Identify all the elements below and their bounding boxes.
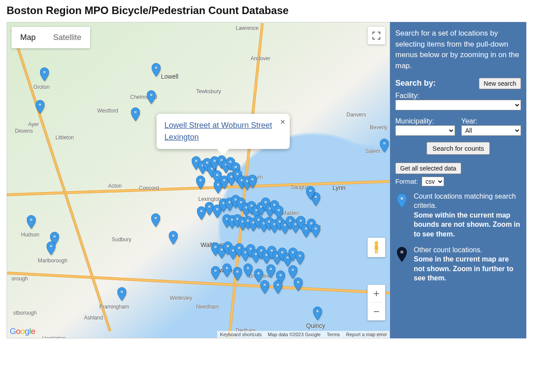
map-marker[interactable] [222,263,231,277]
town-label: Framingham [99,304,129,310]
zoom-in-button[interactable]: + [368,285,385,302]
map-marker[interactable] [169,231,178,245]
municipality-select[interactable] [395,125,455,136]
infowindow-title-link[interactable]: Lowell Street at Woburn Street [164,120,272,131]
map-marker[interactable] [295,251,304,265]
map-footer: Keyboard shortcuts Map data ©2023 Google… [217,331,390,338]
town-label: Marlborough [38,258,67,264]
map-marker[interactable] [152,63,160,77]
sidebar-intro: Search for a set of locations by selecti… [395,28,521,72]
town-label: Andover [251,55,270,62]
map-marker[interactable] [273,280,282,294]
map-marker[interactable] [380,138,389,152]
search-button-row: Search for counts [395,142,521,155]
map-marker[interactable] [260,280,269,294]
town-label: Lexington [198,196,221,202]
infowindow-close-icon[interactable]: × [280,117,285,126]
town-label: Concord [139,185,159,191]
search-header-row: Search by: New search [395,78,521,89]
map-marker[interactable] [266,264,275,278]
legend-matching-text: Count locations matching search criteria… [414,192,516,210]
map-marker[interactable] [36,100,44,114]
map-marker[interactable] [306,186,315,200]
zoom-control: + − [368,285,385,320]
fullscreen-button[interactable] [368,27,385,44]
town-label: stborough [13,310,36,316]
town-label: Acton [108,183,122,189]
town-label: orough [11,276,28,282]
get-all-selected-data-button[interactable]: Get all selected data [395,163,461,174]
zoom-out-button[interactable]: − [368,303,385,320]
legend: Count locations matching search criteria… [395,192,521,283]
infowindow: × Lowell Street at Woburn Street Lexingt… [157,114,290,149]
legend-item-matching: Count locations matching search criteria… [395,192,521,239]
legend-item-other: Other count locations. Some in the curre… [395,245,521,283]
town-label: Wellesley [170,295,192,301]
map-marker[interactable] [294,277,303,291]
main-layout: LawrenceAndoverGrotonAyerDevensLittleton… [7,22,529,338]
map-attribution: Map data ©2023 Google [268,332,321,337]
map-marker[interactable] [311,224,320,238]
municipality-label: Municipality: [395,117,455,125]
map-marker[interactable] [131,107,140,121]
get-data-row: Get all selected data [395,163,521,174]
new-search-button[interactable]: New search [479,78,521,89]
svg-rect-4 [377,250,378,254]
map-marker[interactable] [40,67,49,81]
facility-select[interactable] [395,100,521,110]
town-label: Hudson [21,232,39,238]
town-label: Needham [196,304,219,310]
town-label: Beverly [370,124,387,131]
town-label: Ayer [28,121,39,127]
map-marker[interactable] [233,267,242,281]
town-label: Quincy [306,322,325,329]
map-tab-satellite[interactable]: Satellite [44,27,90,48]
legend-other-text: Other count locations. [414,246,482,254]
map-panel[interactable]: LawrenceAndoverGrotonAyerDevensLittleton… [7,22,390,338]
search-for-counts-button[interactable]: Search for counts [427,142,490,155]
search-by-label: Search by: [395,79,436,88]
map-marker[interactable] [211,266,220,280]
town-label: Danvers [346,112,366,118]
legend-matching-note: Some within the current map bounds are n… [414,211,520,238]
map-tab-map[interactable]: Map [11,27,44,48]
infowindow-subtitle-link[interactable]: Lexington [164,132,199,143]
terms-link[interactable]: Terms [327,332,340,337]
legend-other-note: Some in the current map are not shown. Z… [414,255,514,282]
map-marker[interactable] [196,175,205,189]
map-marker[interactable] [244,263,252,277]
svg-point-1 [375,241,378,245]
pegman-icon [372,241,381,254]
town-label: Tewksbury [196,88,221,94]
town-label: Lynn [332,184,346,191]
svg-rect-2 [375,245,378,250]
town-label: Lowell [161,73,179,80]
map-marker[interactable] [151,213,160,227]
format-label: Format: [395,178,418,185]
map-marker[interactable] [205,202,214,216]
map-marker[interactable] [147,90,156,104]
sidebar: Search for a set of locations by selecti… [390,22,526,338]
map-marker[interactable] [47,241,55,255]
map-marker[interactable] [313,306,322,320]
format-select[interactable]: csv [422,177,444,186]
map-marker[interactable] [27,215,36,229]
town-label: Lawrence [236,25,259,31]
town-label: Groton [33,84,50,90]
report-error-link[interactable]: Report a map error [346,332,387,337]
pegman-button[interactable] [368,238,385,257]
map-marker[interactable] [117,287,126,301]
google-logo: Google [10,327,35,336]
town-label: Ashland [84,315,103,321]
town-label: Salem [365,148,380,154]
town-label: Sudbury [112,236,131,243]
page-title: Boston Region MPO Bicycle/Pedestrian Cou… [7,4,529,17]
year-select[interactable]: All [461,125,521,136]
town-label: Littleton [55,134,74,141]
facility-label: Facility: [395,92,521,100]
legend-pin-blue-icon [395,192,408,239]
town-label: Hopkinton [42,335,66,338]
map-marker[interactable] [197,206,206,220]
map-marker[interactable] [248,174,257,189]
keyboard-shortcuts-link[interactable]: Keyboard shortcuts [220,332,262,337]
